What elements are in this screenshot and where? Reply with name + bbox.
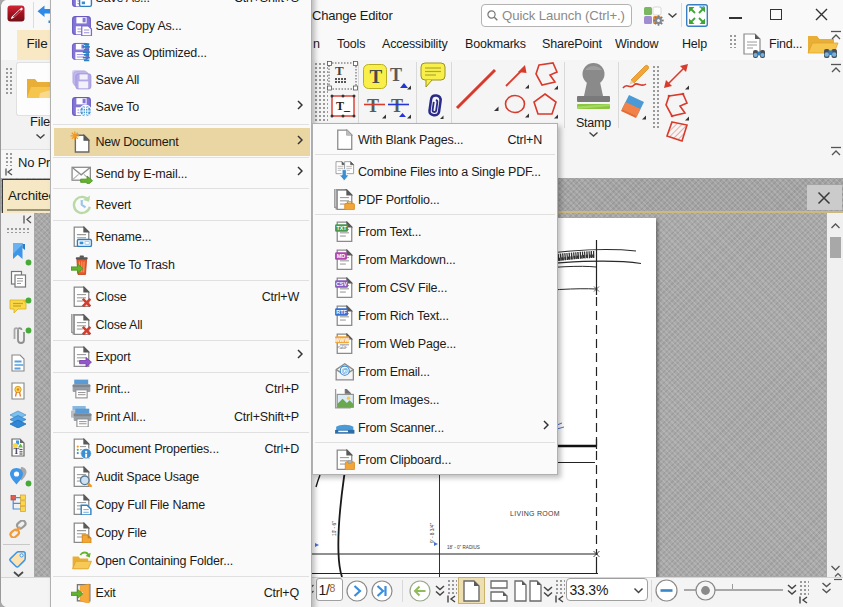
svg-text:T: T [391, 96, 403, 116]
svg-text:T: T [14, 446, 20, 456]
svg-text:10' - 6": 10' - 6" [332, 521, 337, 536]
svg-text:T: T [370, 66, 383, 87]
svg-text:T_: T_ [336, 99, 351, 113]
svg-text:TXT: TXT [336, 225, 347, 231]
svg-text:</>: </> [337, 344, 347, 350]
svg-text:@: @ [341, 367, 348, 374]
svg-text:18' - 0" RADIUS: 18' - 0" RADIUS [447, 545, 480, 550]
svg-text:T: T [367, 96, 379, 116]
svg-text:T: T [335, 63, 344, 78]
svg-text:T: T [390, 65, 402, 85]
svg-text:MD: MD [336, 253, 345, 259]
svg-text:WWW: WWW [334, 336, 349, 342]
svg-text:9' - 8 3/4": 9' - 8 3/4" [430, 522, 435, 543]
svg-text:CSV: CSV [336, 281, 347, 287]
svg-text:RTF: RTF [336, 309, 347, 315]
svg-text:LIVING ROOM: LIVING ROOM [510, 510, 560, 517]
